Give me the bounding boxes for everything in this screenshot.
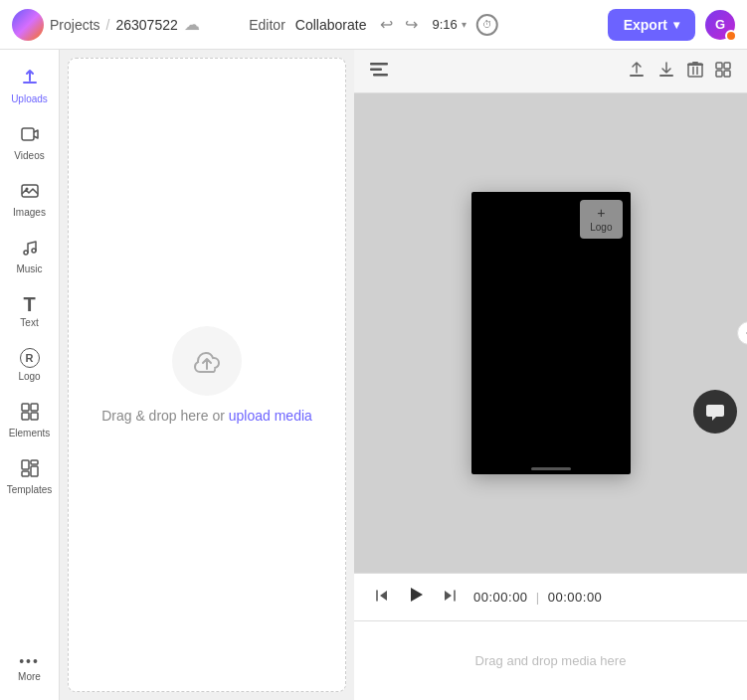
cloud-save-icon: ☁ [184, 15, 200, 34]
editor-label: Editor [249, 17, 285, 33]
svg-rect-17 [630, 75, 644, 77]
trash-button[interactable] [683, 57, 707, 87]
text-icon: T [23, 294, 35, 314]
timeline-area[interactable]: Drag and drop media here [354, 620, 747, 700]
projects-link[interactable]: Projects [50, 17, 100, 33]
phone-bottom-indicator [531, 467, 571, 470]
collapse-panel-button[interactable] [737, 321, 747, 345]
chat-bubble-button[interactable] [693, 390, 737, 434]
upload-toolbar-button[interactable] [624, 57, 650, 87]
upload-cloud-icon [172, 326, 242, 396]
svg-rect-15 [370, 68, 382, 71]
sidebar-music-label: Music [16, 263, 42, 274]
play-button[interactable] [402, 581, 430, 613]
svg-rect-13 [31, 466, 38, 476]
svg-rect-6 [22, 404, 29, 411]
sidebar-more-label: More [18, 671, 41, 682]
sidebar-images-label: Images [13, 207, 46, 218]
svg-rect-26 [716, 71, 722, 77]
canvas[interactable]: + Logo [471, 192, 631, 474]
svg-rect-20 [692, 62, 698, 64]
uploads-icon [20, 68, 40, 90]
sidebar-item-elements[interactable]: Elements [0, 392, 59, 448]
upload-area: Drag & drop here or upload media [101, 326, 312, 424]
svg-rect-24 [716, 63, 722, 69]
sidebar-videos-label: Videos [14, 150, 44, 161]
music-icon [20, 238, 40, 261]
svg-rect-8 [22, 413, 29, 420]
next-button[interactable] [438, 584, 462, 612]
svg-rect-18 [659, 75, 673, 77]
aspect-ratio-button[interactable]: 9:16 ▾ [432, 17, 466, 32]
sidebar-item-templates[interactable]: Templates [0, 448, 59, 505]
svg-rect-10 [22, 460, 29, 469]
svg-rect-1 [22, 128, 34, 140]
more-icon: ••• [19, 654, 40, 668]
app-logo[interactable] [12, 9, 44, 41]
svg-rect-21 [687, 64, 703, 66]
topbar-left: Projects / 26307522 ☁ [12, 9, 200, 41]
main-content: Uploads Videos Images Music T Text R [0, 50, 747, 700]
export-button[interactable]: Export ▾ [608, 9, 695, 41]
sidebar-uploads-label: Uploads [11, 93, 48, 104]
svg-rect-11 [31, 460, 38, 464]
avatar[interactable]: G [705, 10, 735, 40]
svg-rect-12 [22, 471, 29, 476]
download-toolbar-button[interactable] [654, 57, 679, 87]
sidebar-logo-label: Logo [18, 371, 40, 382]
toolbar-right [624, 57, 735, 87]
sidebar-item-videos[interactable]: Videos [0, 114, 59, 171]
sidebar-item-uploads[interactable]: Uploads [0, 58, 59, 114]
logo-add-label: Logo [590, 222, 612, 233]
svg-rect-25 [724, 63, 730, 69]
svg-rect-16 [373, 74, 388, 77]
elements-icon [20, 402, 40, 425]
svg-rect-0 [23, 82, 37, 84]
play-controls [370, 581, 462, 613]
videos-icon [20, 124, 40, 147]
upload-link[interactable]: upload media [229, 408, 312, 424]
svg-rect-27 [724, 71, 730, 77]
upload-text: Drag & drop here or upload media [101, 408, 312, 424]
sidebar: Uploads Videos Images Music T Text R [0, 50, 60, 700]
sidebar-elements-label: Elements [9, 428, 51, 438]
sidebar-item-text[interactable]: T Text [0, 284, 59, 338]
sidebar-templates-label: Templates [7, 484, 53, 495]
templates-icon [20, 458, 40, 481]
svg-point-4 [24, 251, 28, 255]
align-button[interactable] [366, 59, 392, 85]
sidebar-item-images[interactable]: Images [0, 171, 59, 228]
prev-button[interactable] [370, 584, 394, 612]
timer-icon[interactable]: ⏱ [476, 14, 498, 36]
undo-redo-controls: ↩ ↪ [376, 11, 422, 38]
editor-area: + Logo [354, 50, 747, 700]
sidebar-text-label: Text [20, 317, 38, 328]
collaborate-button[interactable]: Collaborate [295, 17, 367, 33]
images-icon [20, 181, 40, 204]
time-separator: | [536, 590, 540, 605]
svg-rect-7 [31, 404, 38, 411]
avatar-badge [725, 30, 737, 42]
sidebar-item-logo[interactable]: R Logo [0, 338, 59, 392]
redo-button[interactable]: ↪ [401, 11, 422, 38]
canvas-container: + Logo [354, 93, 747, 573]
current-time: 00:00:00 [473, 590, 528, 605]
topbar-center: Editor Collaborate ↩ ↪ 9:16 ▾ ⏱ [249, 11, 498, 38]
grid-view-button[interactable] [711, 58, 735, 86]
editor-toolbar [354, 50, 747, 93]
export-arrow: ▾ [673, 18, 679, 32]
svg-point-5 [32, 249, 36, 253]
breadcrumb-separator: / [106, 17, 110, 33]
topbar-right: Export ▾ G [608, 9, 735, 41]
playback-bar: 00:00:00 | 00:00:00 [354, 573, 747, 620]
undo-button[interactable]: ↩ [376, 11, 397, 38]
project-id[interactable]: 26307522 [115, 17, 177, 33]
time-display: 00:00:00 | 00:00:00 [473, 590, 602, 605]
logo-add-button[interactable]: + Logo [580, 200, 622, 239]
topbar: Projects / 26307522 ☁ Editor Collaborate… [0, 0, 747, 50]
sidebar-item-music[interactable]: Music [0, 228, 59, 284]
total-time: 00:00:00 [548, 590, 603, 605]
sidebar-item-more[interactable]: ••• More [0, 644, 59, 692]
breadcrumb: Projects / 26307522 ☁ [50, 15, 200, 34]
toolbar-left [366, 59, 392, 85]
